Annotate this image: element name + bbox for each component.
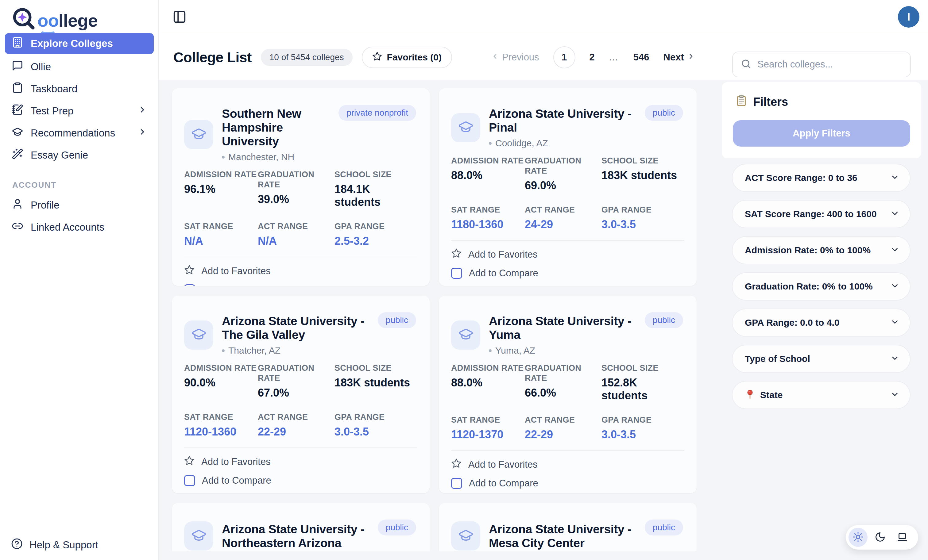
sat-range-value: 1180-1360 (451, 218, 525, 231)
sidebar-item-essay-genie[interactable]: Essay Genie (5, 144, 154, 166)
add-to-compare-control[interactable]: Add to Compare (184, 284, 417, 286)
user-avatar[interactable]: I (898, 6, 919, 27)
location-dot (222, 156, 224, 158)
theme-dark-button[interactable] (871, 528, 890, 547)
add-to-favorites-button[interactable]: Add to Favorites (451, 248, 538, 261)
add-to-favorites-label: Add to Favorites (201, 457, 271, 467)
college-name[interactable]: Arizona State University - The Gila Vall… (222, 314, 369, 342)
pagination-page-last[interactable]: 546 (633, 52, 649, 63)
college-name[interactable]: Arizona State University - Pinal (489, 107, 636, 134)
college-name[interactable]: Arizona State University - Northeastern … (222, 522, 369, 550)
sun-icon (853, 531, 864, 543)
add-to-compare-control[interactable]: Add to Compare (451, 478, 684, 489)
sidebar-item-label: Recommendations (31, 127, 115, 139)
theme-toggle (846, 525, 918, 549)
chevron-down-icon (890, 317, 899, 328)
add-to-favorites-button[interactable]: Add to Favorites (451, 458, 538, 471)
stat-label: ADMISSION RATE (184, 170, 258, 180)
graduation-rate-value: 39.0% (258, 193, 334, 206)
compare-checkbox[interactable] (184, 284, 195, 286)
filter-state[interactable]: State (732, 381, 911, 409)
college-name[interactable]: Arizona State University - Yuma (489, 314, 636, 342)
sidebar-item-label: Explore Colleges (31, 38, 113, 49)
college-icon-tile (184, 321, 213, 350)
sidebar: oollege Explore Colleges Ollie (0, 0, 159, 560)
add-to-compare-label: Add to Compare (202, 475, 271, 486)
filter-act-score-range[interactable]: ACT Score Range: 0 to 36 (732, 164, 911, 192)
add-to-favorites-button[interactable]: Add to Favorites (184, 455, 271, 468)
college-location: Yuma, AZ (489, 345, 636, 356)
sidebar-item-linked-accounts[interactable]: Linked Accounts (5, 216, 154, 238)
pagination-next-label: Next (664, 52, 684, 63)
filter-admission-rate[interactable]: Admission Rate: 0% to 100% (732, 236, 911, 264)
theme-system-button[interactable] (893, 528, 912, 547)
location-dot (489, 142, 491, 145)
pagination-page-2[interactable]: 2 (589, 52, 595, 63)
apply-filters-button[interactable]: Apply Filters (733, 120, 910, 147)
link-icon (12, 220, 23, 234)
filter-sat-score-range[interactable]: SAT Score Range: 400 to 1600 (732, 200, 911, 228)
add-to-compare-control[interactable]: Add to Compare (184, 475, 417, 486)
graduation-rate-value: 67.0% (258, 387, 334, 399)
filter-graduation-rate[interactable]: Graduation Rate: 0% to 100% (732, 272, 911, 301)
sidebar-toggle-button[interactable] (172, 10, 187, 24)
search-icon (741, 59, 751, 70)
pagination-page-1-current[interactable]: 1 (553, 46, 575, 68)
sidebar-item-test-prep[interactable]: Test Prep (5, 100, 154, 122)
college-card: Arizona State University - Yuma Yuma, AZ… (439, 296, 697, 493)
college-name[interactable]: Arizona State University - Mesa City Cen… (489, 522, 636, 550)
stat-label: GRADUATION RATE (258, 363, 334, 383)
sidebar-item-profile[interactable]: Profile (5, 194, 154, 216)
card-divider (451, 450, 684, 451)
location-dot (489, 349, 491, 352)
admission-rate-value: 88.0% (451, 169, 525, 182)
star-icon (372, 52, 382, 64)
college-type-badge: public (378, 519, 416, 536)
stat-label: ADMISSION RATE (451, 156, 525, 166)
filter-gpa-range[interactable]: GPA Range: 0.0 to 4.0 (732, 309, 911, 337)
college-card: Southern New Hampshire University Manche… (172, 88, 430, 286)
search-input[interactable] (757, 59, 902, 70)
college-type-badge: private nonprofit (339, 105, 416, 121)
app-logo[interactable]: oollege (11, 7, 98, 34)
star-icon (451, 248, 461, 261)
add-to-favorites-button[interactable]: Add to Favorites (184, 265, 271, 277)
stat-label: SCHOOL SIZE (601, 156, 684, 166)
sidebar-item-label: Ollie (31, 61, 51, 73)
graduation-rate-value: 66.0% (525, 387, 601, 399)
list-header: College List 10 of 5454 colleges Favorit… (159, 34, 928, 81)
building-columns-icon (12, 37, 23, 50)
favorites-button[interactable]: Favorites (0) (362, 47, 452, 68)
add-to-compare-control[interactable]: Add to Compare (451, 268, 684, 279)
college-icon-tile (184, 120, 213, 149)
stat-label: SAT RANGE (451, 205, 525, 215)
filter-type-of-school[interactable]: Type of School (732, 345, 911, 373)
sidebar-item-recommendations[interactable]: Recommendations (5, 122, 154, 144)
pagination-next-button[interactable]: Next (664, 52, 695, 63)
sidebar-item-label: Profile (31, 199, 60, 211)
card-divider (184, 257, 417, 257)
stat-label: SAT RANGE (184, 221, 258, 231)
sidebar-item-ollie[interactable]: Ollie (5, 56, 154, 78)
clipboard-emoji-icon (735, 94, 748, 110)
sidebar-item-taskboard[interactable]: Taskboard (5, 78, 154, 100)
theme-light-button[interactable] (849, 528, 867, 547)
compare-checkbox[interactable] (451, 268, 462, 279)
college-location: Coolidge, AZ (489, 138, 636, 148)
act-range-value: 22-29 (258, 425, 334, 438)
admission-rate-value: 96.1% (184, 183, 258, 196)
sidebar-item-explore-colleges[interactable]: Explore Colleges (5, 33, 154, 54)
college-name[interactable]: Southern New Hampshire University (222, 107, 330, 148)
pagination-previous-button[interactable]: Previous (491, 52, 539, 63)
chat-bubble-icon (12, 60, 23, 74)
sidebar-item-label: Help & Support (29, 539, 98, 551)
stat-label: ACT RANGE (258, 221, 334, 231)
college-card: Arizona State University - Pinal Coolidg… (439, 88, 697, 286)
college-card: Arizona State University - Northeastern … (172, 503, 430, 551)
compare-checkbox[interactable] (451, 478, 462, 489)
chevron-left-icon (491, 52, 499, 63)
admission-rate-value: 88.0% (451, 376, 525, 389)
stat-label: ACT RANGE (258, 412, 334, 422)
sidebar-item-help-support[interactable]: Help & Support (11, 538, 98, 552)
compare-checkbox[interactable] (184, 475, 195, 486)
